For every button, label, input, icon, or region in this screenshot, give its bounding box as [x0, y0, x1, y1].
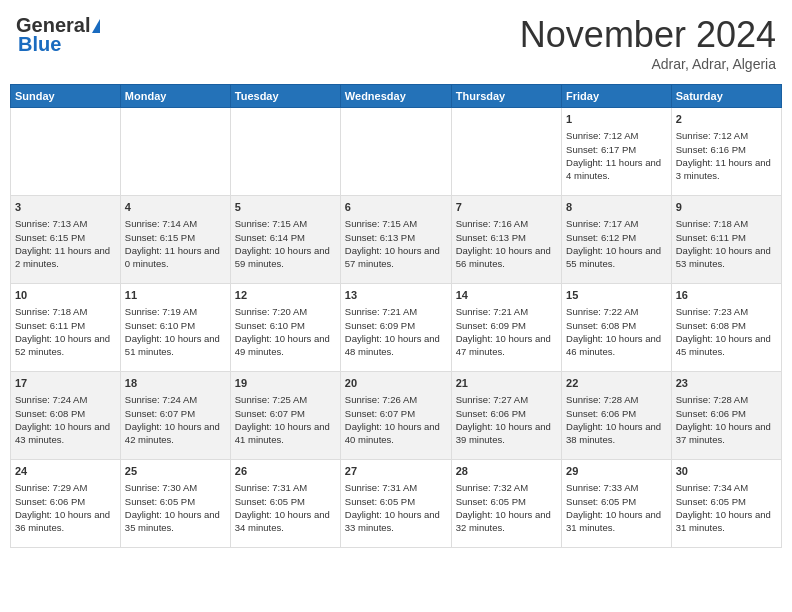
day-cell: 2Sunrise: 7:12 AMSunset: 6:16 PMDaylight… — [671, 108, 781, 196]
day-info: Sunrise: 7:34 AM — [676, 481, 777, 494]
day-info: Daylight: 10 hours and 51 minutes. — [125, 332, 226, 359]
day-cell: 29Sunrise: 7:33 AMSunset: 6:05 PMDayligh… — [562, 460, 672, 548]
day-info: Daylight: 10 hours and 35 minutes. — [125, 508, 226, 535]
week-row-1: 1Sunrise: 7:12 AMSunset: 6:17 PMDaylight… — [11, 108, 782, 196]
day-info: Sunset: 6:05 PM — [676, 495, 777, 508]
day-info: Sunrise: 7:18 AM — [676, 217, 777, 230]
day-info: Daylight: 10 hours and 48 minutes. — [345, 332, 447, 359]
page-header: General Blue November 2024 Adrar, Adrar,… — [10, 10, 782, 76]
day-info: Sunset: 6:08 PM — [15, 407, 116, 420]
day-number: 13 — [345, 288, 447, 303]
day-info: Sunrise: 7:13 AM — [15, 217, 116, 230]
day-info: Sunset: 6:09 PM — [345, 319, 447, 332]
day-number: 7 — [456, 200, 557, 215]
day-cell: 3Sunrise: 7:13 AMSunset: 6:15 PMDaylight… — [11, 196, 121, 284]
day-cell: 16Sunrise: 7:23 AMSunset: 6:08 PMDayligh… — [671, 284, 781, 372]
day-info: Sunset: 6:07 PM — [235, 407, 336, 420]
day-info: Sunrise: 7:29 AM — [15, 481, 116, 494]
weekday-header-thursday: Thursday — [451, 85, 561, 108]
day-cell: 15Sunrise: 7:22 AMSunset: 6:08 PMDayligh… — [562, 284, 672, 372]
day-info: Sunrise: 7:12 AM — [566, 129, 667, 142]
day-info: Sunset: 6:10 PM — [235, 319, 336, 332]
day-cell — [451, 108, 561, 196]
logo-blue: Blue — [18, 33, 61, 56]
day-number: 23 — [676, 376, 777, 391]
day-info: Daylight: 10 hours and 38 minutes. — [566, 420, 667, 447]
day-info: Daylight: 10 hours and 45 minutes. — [676, 332, 777, 359]
day-info: Sunrise: 7:31 AM — [345, 481, 447, 494]
weekday-header-monday: Monday — [120, 85, 230, 108]
day-number: 5 — [235, 200, 336, 215]
day-cell: 28Sunrise: 7:32 AMSunset: 6:05 PMDayligh… — [451, 460, 561, 548]
day-info: Sunrise: 7:28 AM — [676, 393, 777, 406]
day-info: Daylight: 10 hours and 32 minutes. — [456, 508, 557, 535]
day-cell: 22Sunrise: 7:28 AMSunset: 6:06 PMDayligh… — [562, 372, 672, 460]
day-info: Daylight: 10 hours and 34 minutes. — [235, 508, 336, 535]
week-row-4: 17Sunrise: 7:24 AMSunset: 6:08 PMDayligh… — [11, 372, 782, 460]
day-info: Sunrise: 7:27 AM — [456, 393, 557, 406]
day-info: Sunrise: 7:26 AM — [345, 393, 447, 406]
day-cell: 21Sunrise: 7:27 AMSunset: 6:06 PMDayligh… — [451, 372, 561, 460]
day-number: 19 — [235, 376, 336, 391]
weekday-header-tuesday: Tuesday — [230, 85, 340, 108]
day-info: Sunset: 6:08 PM — [566, 319, 667, 332]
day-info: Daylight: 10 hours and 42 minutes. — [125, 420, 226, 447]
title-area: November 2024 Adrar, Adrar, Algeria — [520, 14, 776, 72]
day-info: Sunset: 6:12 PM — [566, 231, 667, 244]
day-info: Daylight: 11 hours and 4 minutes. — [566, 156, 667, 183]
logo-triangle-icon — [92, 19, 100, 33]
day-info: Daylight: 10 hours and 41 minutes. — [235, 420, 336, 447]
day-info: Sunset: 6:15 PM — [125, 231, 226, 244]
day-info: Sunset: 6:09 PM — [456, 319, 557, 332]
day-number: 4 — [125, 200, 226, 215]
day-info: Daylight: 10 hours and 40 minutes. — [345, 420, 447, 447]
day-info: Sunrise: 7:16 AM — [456, 217, 557, 230]
day-info: Sunset: 6:05 PM — [456, 495, 557, 508]
day-info: Sunrise: 7:17 AM — [566, 217, 667, 230]
day-info: Sunset: 6:07 PM — [345, 407, 447, 420]
day-cell: 4Sunrise: 7:14 AMSunset: 6:15 PMDaylight… — [120, 196, 230, 284]
day-cell: 23Sunrise: 7:28 AMSunset: 6:06 PMDayligh… — [671, 372, 781, 460]
day-number: 26 — [235, 464, 336, 479]
day-number: 6 — [345, 200, 447, 215]
day-info: Sunrise: 7:28 AM — [566, 393, 667, 406]
day-info: Sunset: 6:06 PM — [15, 495, 116, 508]
day-cell: 26Sunrise: 7:31 AMSunset: 6:05 PMDayligh… — [230, 460, 340, 548]
day-info: Sunset: 6:05 PM — [566, 495, 667, 508]
weekday-header-sunday: Sunday — [11, 85, 121, 108]
day-number: 18 — [125, 376, 226, 391]
day-info: Daylight: 11 hours and 0 minutes. — [125, 244, 226, 271]
day-info: Sunrise: 7:25 AM — [235, 393, 336, 406]
weekday-header-wednesday: Wednesday — [340, 85, 451, 108]
day-cell — [340, 108, 451, 196]
day-number: 11 — [125, 288, 226, 303]
day-info: Daylight: 10 hours and 57 minutes. — [345, 244, 447, 271]
day-cell: 25Sunrise: 7:30 AMSunset: 6:05 PMDayligh… — [120, 460, 230, 548]
day-info: Sunset: 6:06 PM — [456, 407, 557, 420]
day-number: 14 — [456, 288, 557, 303]
day-info: Sunrise: 7:18 AM — [15, 305, 116, 318]
day-number: 9 — [676, 200, 777, 215]
day-cell: 17Sunrise: 7:24 AMSunset: 6:08 PMDayligh… — [11, 372, 121, 460]
logo: General Blue — [16, 14, 100, 56]
day-info: Sunrise: 7:24 AM — [125, 393, 226, 406]
day-info: Sunrise: 7:30 AM — [125, 481, 226, 494]
day-info: Sunrise: 7:15 AM — [345, 217, 447, 230]
day-cell: 13Sunrise: 7:21 AMSunset: 6:09 PMDayligh… — [340, 284, 451, 372]
day-info: Sunrise: 7:23 AM — [676, 305, 777, 318]
day-cell: 10Sunrise: 7:18 AMSunset: 6:11 PMDayligh… — [11, 284, 121, 372]
day-info: Daylight: 10 hours and 52 minutes. — [15, 332, 116, 359]
day-number: 24 — [15, 464, 116, 479]
day-info: Daylight: 10 hours and 49 minutes. — [235, 332, 336, 359]
day-info: Sunrise: 7:32 AM — [456, 481, 557, 494]
day-info: Daylight: 11 hours and 2 minutes. — [15, 244, 116, 271]
day-cell: 19Sunrise: 7:25 AMSunset: 6:07 PMDayligh… — [230, 372, 340, 460]
day-cell: 12Sunrise: 7:20 AMSunset: 6:10 PMDayligh… — [230, 284, 340, 372]
day-info: Sunset: 6:16 PM — [676, 143, 777, 156]
day-info: Daylight: 10 hours and 33 minutes. — [345, 508, 447, 535]
day-info: Daylight: 10 hours and 36 minutes. — [15, 508, 116, 535]
day-info: Sunset: 6:11 PM — [15, 319, 116, 332]
day-info: Sunset: 6:13 PM — [345, 231, 447, 244]
day-number: 1 — [566, 112, 667, 127]
day-number: 17 — [15, 376, 116, 391]
